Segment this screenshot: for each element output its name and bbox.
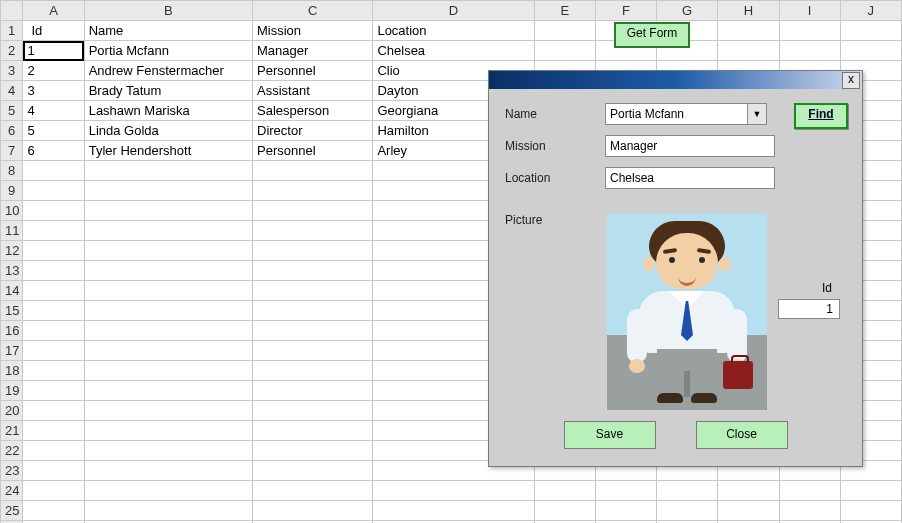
cell[interactable]: Personnel bbox=[253, 61, 373, 81]
cell[interactable] bbox=[84, 361, 252, 381]
row-header[interactable]: 18 bbox=[1, 361, 23, 381]
cell[interactable] bbox=[23, 381, 84, 401]
row-header[interactable]: 6 bbox=[1, 121, 23, 141]
row-header[interactable]: 23 bbox=[1, 461, 23, 481]
cell[interactable] bbox=[23, 341, 84, 361]
col-header-D[interactable]: D bbox=[373, 1, 534, 21]
row-header[interactable]: 12 bbox=[1, 241, 23, 261]
cell[interactable]: Director bbox=[253, 121, 373, 141]
cell[interactable] bbox=[253, 241, 373, 261]
cell[interactable] bbox=[253, 361, 373, 381]
cell[interactable] bbox=[657, 481, 718, 501]
cell[interactable] bbox=[23, 461, 84, 481]
col-header-F[interactable]: F bbox=[595, 1, 656, 21]
cell[interactable]: 4 bbox=[23, 101, 84, 121]
cell[interactable] bbox=[253, 501, 373, 521]
dialog-titlebar[interactable]: x bbox=[489, 71, 862, 89]
cell[interactable]: Personnel bbox=[253, 141, 373, 161]
cell[interactable] bbox=[657, 501, 718, 521]
cell[interactable] bbox=[84, 461, 252, 481]
cell[interactable] bbox=[718, 21, 779, 41]
cell[interactable] bbox=[84, 201, 252, 221]
cell[interactable] bbox=[253, 221, 373, 241]
cell[interactable]: Andrew Fenstermacher bbox=[84, 61, 252, 81]
cell[interactable]: 2 bbox=[23, 61, 84, 81]
cell[interactable] bbox=[718, 41, 779, 61]
location-field[interactable]: Chelsea bbox=[605, 167, 775, 189]
cell[interactable]: Id bbox=[23, 21, 84, 41]
close-button[interactable]: Close bbox=[696, 421, 788, 449]
cell[interactable]: Manager bbox=[253, 41, 373, 61]
col-header-C[interactable]: C bbox=[253, 1, 373, 21]
cell[interactable] bbox=[779, 481, 840, 501]
cell[interactable] bbox=[84, 421, 252, 441]
cell[interactable] bbox=[840, 501, 901, 521]
cell[interactable] bbox=[840, 41, 901, 61]
cell[interactable] bbox=[23, 241, 84, 261]
cell[interactable] bbox=[84, 301, 252, 321]
cell[interactable] bbox=[595, 501, 656, 521]
row-header[interactable]: 22 bbox=[1, 441, 23, 461]
save-button[interactable]: Save bbox=[564, 421, 656, 449]
cell[interactable]: Lashawn Mariska bbox=[84, 101, 252, 121]
row-header[interactable]: 15 bbox=[1, 301, 23, 321]
cell[interactable] bbox=[253, 201, 373, 221]
dialog-close-x[interactable]: x bbox=[842, 72, 860, 89]
cell[interactable] bbox=[253, 381, 373, 401]
cell[interactable] bbox=[779, 501, 840, 521]
cell[interactable] bbox=[84, 221, 252, 241]
cell[interactable]: Name bbox=[84, 21, 252, 41]
cell[interactable] bbox=[23, 301, 84, 321]
cell[interactable] bbox=[23, 261, 84, 281]
cell[interactable] bbox=[84, 401, 252, 421]
cell[interactable] bbox=[84, 321, 252, 341]
col-header-A[interactable]: A bbox=[23, 1, 84, 21]
col-header-B[interactable]: B bbox=[84, 1, 252, 21]
row-header[interactable]: 2 bbox=[1, 41, 23, 61]
row-header[interactable]: 5 bbox=[1, 101, 23, 121]
cell[interactable] bbox=[84, 161, 252, 181]
col-header-I[interactable]: I bbox=[779, 1, 840, 21]
cell[interactable] bbox=[779, 41, 840, 61]
cell[interactable]: Portia Mcfann bbox=[84, 41, 252, 61]
col-header-G[interactable]: G bbox=[657, 1, 718, 21]
cell[interactable]: Assistant bbox=[253, 81, 373, 101]
cell[interactable] bbox=[595, 481, 656, 501]
cell[interactable] bbox=[253, 301, 373, 321]
cell[interactable]: Brady Tatum bbox=[84, 81, 252, 101]
cell[interactable] bbox=[84, 241, 252, 261]
row-header[interactable]: 1 bbox=[1, 21, 23, 41]
cell[interactable] bbox=[23, 401, 84, 421]
cell[interactable] bbox=[253, 341, 373, 361]
cell[interactable] bbox=[373, 501, 534, 521]
cell[interactable] bbox=[84, 261, 252, 281]
cell[interactable] bbox=[84, 481, 252, 501]
cell[interactable] bbox=[84, 381, 252, 401]
row-header[interactable]: 16 bbox=[1, 321, 23, 341]
cell[interactable] bbox=[23, 161, 84, 181]
cell[interactable]: Tyler Hendershott bbox=[84, 141, 252, 161]
row-header[interactable]: 13 bbox=[1, 261, 23, 281]
cell[interactable] bbox=[534, 481, 595, 501]
row-header[interactable]: 8 bbox=[1, 161, 23, 181]
mission-field[interactable]: Manager bbox=[605, 135, 775, 157]
row-header[interactable]: 19 bbox=[1, 381, 23, 401]
row-header[interactable]: 7 bbox=[1, 141, 23, 161]
cell[interactable] bbox=[84, 281, 252, 301]
cell[interactable] bbox=[253, 161, 373, 181]
row-header[interactable]: 9 bbox=[1, 181, 23, 201]
cell[interactable] bbox=[23, 501, 84, 521]
cell[interactable] bbox=[23, 361, 84, 381]
cell[interactable] bbox=[253, 421, 373, 441]
chevron-down-icon[interactable]: ▼ bbox=[747, 104, 766, 124]
get-form-button[interactable]: Get Form bbox=[614, 22, 690, 48]
cell[interactable]: Salesperson bbox=[253, 101, 373, 121]
cell[interactable] bbox=[84, 181, 252, 201]
cell[interactable] bbox=[253, 181, 373, 201]
cell[interactable]: Location bbox=[373, 21, 534, 41]
cell[interactable] bbox=[253, 321, 373, 341]
cell[interactable] bbox=[84, 341, 252, 361]
cell[interactable] bbox=[779, 21, 840, 41]
id-field[interactable]: 1 bbox=[778, 299, 840, 319]
col-header-J[interactable]: J bbox=[840, 1, 901, 21]
